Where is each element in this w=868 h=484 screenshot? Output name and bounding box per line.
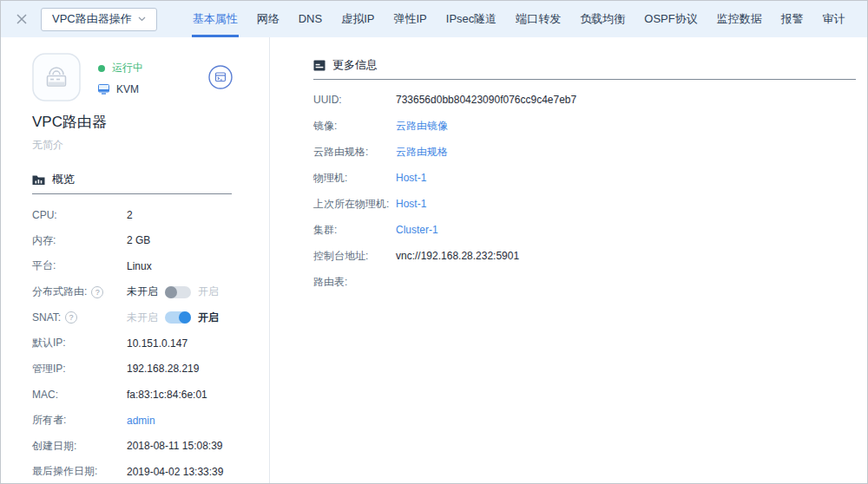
distributed-routing-toggle-group: 未开启开启 [127, 285, 219, 299]
left-panel: 运行中 KVM VPC路由器 无简介 [1, 37, 270, 483]
field-value: 2018-08-11 15:08:39 [127, 440, 223, 452]
toggle-knob [165, 286, 177, 298]
right-panel: 更多信息 UUID:733656d0bb80423090f076cc9c4e7e… [271, 37, 867, 483]
router-actions-label: VPC路由器操作 [52, 11, 132, 27]
field-row-distributed-routing: 分布式路由:?未开启开启 [32, 279, 269, 305]
help-icon[interactable]: ? [65, 311, 77, 324]
field-value-link[interactable]: Host-1 [396, 198, 426, 210]
tab-label: IPsec隧道 [446, 12, 497, 25]
field-row-image: 镜像:云路由镜像 [313, 113, 867, 139]
open-console-button[interactable] [208, 65, 233, 89]
tab-label: 虚拟IP [341, 12, 374, 25]
tab-label: 端口转发 [516, 12, 561, 25]
tab-label: 基本属性 [193, 12, 238, 25]
hypervisor-text: KVM [116, 83, 139, 95]
field-value-link[interactable]: 云路由规格 [396, 145, 448, 160]
vpc-router-icon [32, 53, 81, 101]
field-label-text: 镜像: [313, 119, 337, 134]
field-value: 733656d0bb80423090f076cc9c4e7eb7 [396, 94, 576, 106]
tab-load-balancing[interactable]: 负载均衡 [570, 1, 635, 37]
field-value: 2 [127, 209, 133, 221]
field-label-text: 所有者: [32, 413, 66, 428]
field-label-text: 平台: [32, 258, 56, 273]
field-label: 集群: [313, 223, 396, 238]
help-icon[interactable]: ? [91, 286, 103, 298]
field-label-text: 控制台地址: [313, 249, 368, 264]
field-label: 物理机: [313, 171, 396, 186]
field-value: 192.168.28.219 [127, 363, 199, 375]
field-row-default-ip: 默认IP:10.151.0.147 [32, 330, 269, 356]
field-label-text: 分布式路由: [32, 285, 87, 299]
tab-virtual-ip[interactable]: 虚拟IP [332, 1, 384, 37]
description-text: 无简介 [32, 138, 269, 153]
field-label: 默认IP: [32, 336, 127, 350]
tab-port-forwarding[interactable]: 端口转发 [506, 1, 570, 37]
field-label-text: 默认IP: [32, 336, 66, 350]
divider [32, 193, 232, 194]
toggle-knob [179, 311, 191, 324]
tab-label: 报警 [781, 12, 804, 25]
field-row-platform: 平台:Linux [32, 253, 269, 279]
field-row-console-address: 控制台地址:vnc://192.168.28.232:5901 [313, 243, 867, 269]
tab-ospf[interactable]: OSPF协议 [635, 1, 707, 37]
tab-label: 负载均衡 [580, 12, 625, 25]
tab-label: 监控数据 [717, 12, 762, 25]
field-label-text: SNAT: [32, 311, 61, 324]
field-row-vr-offering: 云路由规格:云路由规格 [313, 139, 867, 165]
snat-toggle[interactable] [165, 311, 191, 324]
tab-ipsec-tunnel[interactable]: IPsec隧道 [437, 1, 507, 37]
field-label: 管理IP: [32, 362, 127, 376]
tab-label: OSPF协议 [644, 12, 697, 25]
tab-elastic-ip[interactable]: 弹性IP [384, 1, 436, 37]
close-button[interactable] [11, 9, 32, 29]
field-label: 创建日期: [32, 439, 127, 454]
tab-dns[interactable]: DNS [289, 1, 332, 37]
field-row-host: 物理机:Host-1 [313, 165, 867, 191]
field-row-memory: 内存:2 GB [32, 228, 269, 254]
router-actions-dropdown-button[interactable]: VPC路由器操作 [41, 8, 157, 31]
top-bar: VPC路由器操作 基本属性网络DNS虚拟IP弹性IPIPsec隧道端口转发负载均… [1, 1, 867, 37]
status-text: 运行中 [112, 61, 143, 75]
field-row-mac: MAC:fa:83:1c:84:6e:01 [32, 382, 269, 408]
field-label-text: 上次所在物理机: [313, 197, 389, 212]
toggle-on-label: 开启 [198, 285, 219, 299]
field-value: vnc://192.168.28.232:5901 [396, 250, 519, 262]
tab-monitoring-data[interactable]: 监控数据 [707, 1, 772, 37]
field-value: Linux [127, 260, 152, 272]
tab-label: DNS [299, 12, 322, 25]
field-value-link[interactable]: Cluster-1 [396, 224, 438, 236]
tab-network[interactable]: 网络 [247, 1, 289, 37]
field-value: 2 GB [127, 234, 150, 246]
field-label-text: 集群: [313, 223, 337, 238]
field-label-text: 管理IP: [32, 362, 66, 376]
tab-audit[interactable]: 审计 [813, 1, 855, 37]
tab-bar: 基本属性网络DNS虚拟IP弹性IPIPsec隧道端口转发负载均衡OSPF协议监控… [183, 1, 855, 37]
field-label: SNAT:? [32, 311, 127, 324]
field-value-link[interactable]: 云路由镜像 [396, 119, 448, 134]
tab-label: 审计 [823, 12, 845, 25]
tab-basic-attributes[interactable]: 基本属性 [183, 1, 247, 37]
tab-label: 弹性IP [393, 12, 426, 25]
field-label: 镜像: [313, 119, 396, 134]
field-row-created-date: 创建日期:2018-08-11 15:08:39 [32, 433, 269, 459]
field-value-link[interactable]: Host-1 [396, 172, 426, 184]
field-row-last-op-date: 最后操作日期:2019-04-02 13:33:39 [32, 459, 269, 484]
tab-alarm[interactable]: 报警 [772, 1, 813, 37]
overview-heading: 概览 [52, 172, 75, 187]
field-row-uuid: UUID:733656d0bb80423090f076cc9c4e7eb7 [313, 87, 867, 113]
console-icon [208, 65, 233, 89]
field-label: CPU: [32, 209, 127, 221]
field-value-link[interactable]: admin [127, 415, 155, 427]
list-icon [313, 60, 326, 71]
close-icon [15, 12, 29, 26]
field-label: 上次所在物理机: [313, 197, 396, 212]
field-row-last-host: 上次所在物理机:Host-1 [313, 191, 867, 217]
distributed-routing-toggle[interactable] [165, 286, 191, 298]
field-label: MAC: [32, 389, 127, 401]
field-label-text: 物理机: [313, 171, 347, 186]
field-label-text: 内存: [32, 233, 56, 248]
field-row-management-ip: 管理IP:192.168.28.219 [32, 356, 269, 383]
status-line: 运行中 [98, 61, 208, 75]
status-dot [98, 65, 105, 72]
field-label: 所有者: [32, 413, 127, 428]
